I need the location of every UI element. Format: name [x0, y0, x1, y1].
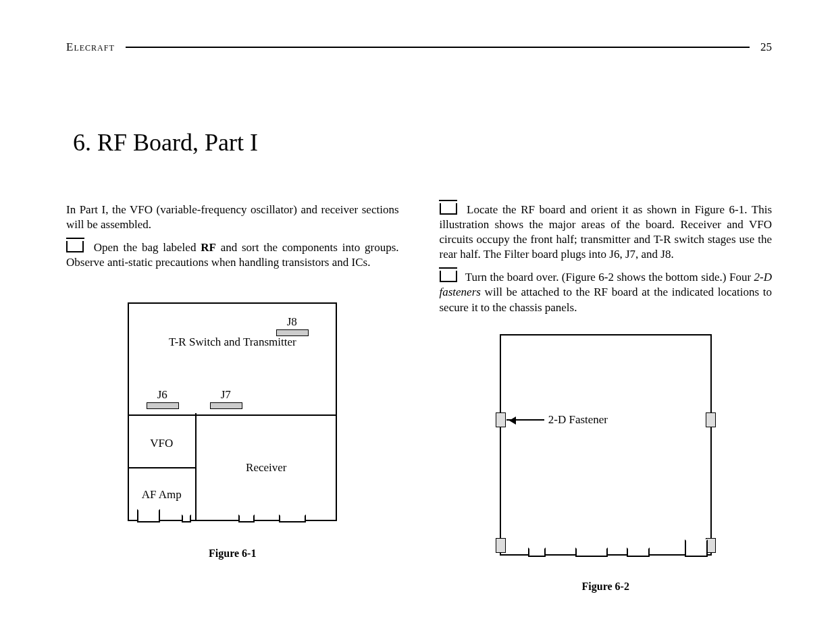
step3-text-a: Turn the board over. (Figure 6-2 shows t… [465, 271, 754, 284]
fastener-icon [706, 412, 716, 427]
label-tr-switch: T-R Switch and Transmitter [168, 335, 296, 349]
step1-text-a: Open the bag labeled [94, 241, 201, 254]
label-vfo: VFO [128, 436, 195, 450]
label-af-amp: AF Amp [128, 487, 195, 502]
step2-text: Locate the RF board and orient it as sho… [440, 203, 773, 261]
arrow-icon [506, 419, 544, 421]
intro-paragraph: In Part I, the VFO (variable-frequency o… [66, 203, 399, 232]
fastener-icon [496, 412, 506, 427]
step3-text-b: will be attached to the RF board at the … [440, 286, 773, 313]
fig1-notch [137, 509, 160, 522]
label-j7: J7 [210, 387, 241, 402]
figure-6-2-caption: Figure 6-2 [440, 580, 773, 594]
fig2-board-outline [500, 334, 712, 556]
connector-j6 [147, 402, 179, 409]
step-locate-board: Locate the RF board and orient it as sho… [440, 203, 773, 262]
fastener-icon [496, 538, 506, 553]
label-j6: J6 [147, 387, 178, 402]
fig2-notch [627, 547, 650, 557]
figure-6-2: 2-D Fastener Figure 6-2 [440, 334, 773, 594]
page-header: Elecraft 25 [66, 41, 772, 54]
left-column: In Part I, the VFO (variable-frequency o… [66, 203, 399, 593]
connector-j7 [210, 402, 242, 409]
chapter-title: 6. RF Board, Part I [73, 128, 766, 157]
page-number: 25 [760, 41, 772, 54]
header-rule [126, 47, 750, 48]
fig1-mid-divider [128, 467, 195, 468]
label-receiver: Receiver [195, 460, 337, 475]
fig1-notch [279, 514, 306, 522]
fig1-notch [182, 514, 191, 522]
checkbox-icon [66, 241, 84, 252]
right-column: Locate the RF board and orient it as sho… [440, 203, 773, 593]
checkbox-icon [440, 271, 457, 282]
step1-bold: RF [201, 241, 216, 254]
step-open-bag: Open the bag labeled RF and sort the com… [66, 240, 399, 270]
fig1-notch [238, 514, 255, 522]
fig2-notch [685, 539, 708, 557]
label-2d-fastener: 2-D Fastener [548, 412, 643, 427]
checkbox-icon [440, 203, 457, 215]
figure-6-1-caption: Figure 6-1 [66, 547, 399, 561]
figure-6-1: T-R Switch and Transmitter VFO AF Amp Re… [66, 302, 399, 561]
fig2-notch [528, 547, 546, 557]
label-j8: J8 [276, 315, 307, 329]
connector-j8 [276, 329, 309, 336]
fig2-notch [575, 547, 608, 557]
brand-name: Elecraft [66, 41, 115, 54]
step-turn-board: Turn the board over. (Figure 6-2 shows t… [440, 270, 773, 315]
